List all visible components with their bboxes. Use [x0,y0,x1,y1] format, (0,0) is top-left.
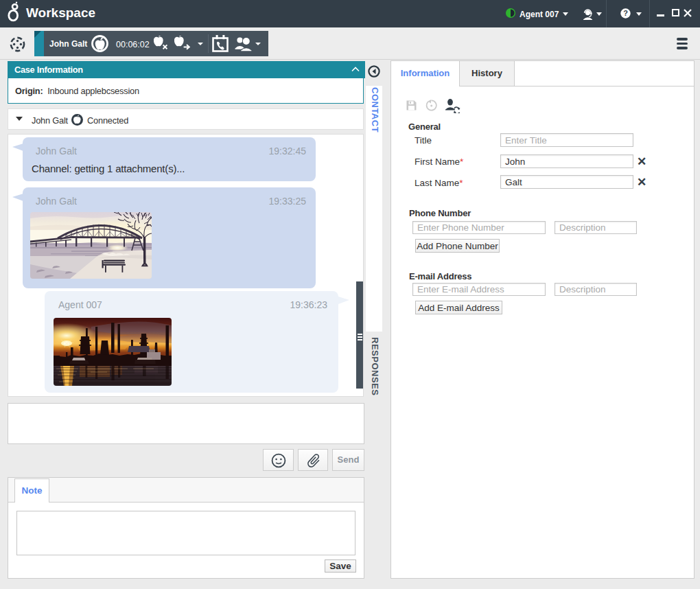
svg-text:?: ? [623,9,628,17]
